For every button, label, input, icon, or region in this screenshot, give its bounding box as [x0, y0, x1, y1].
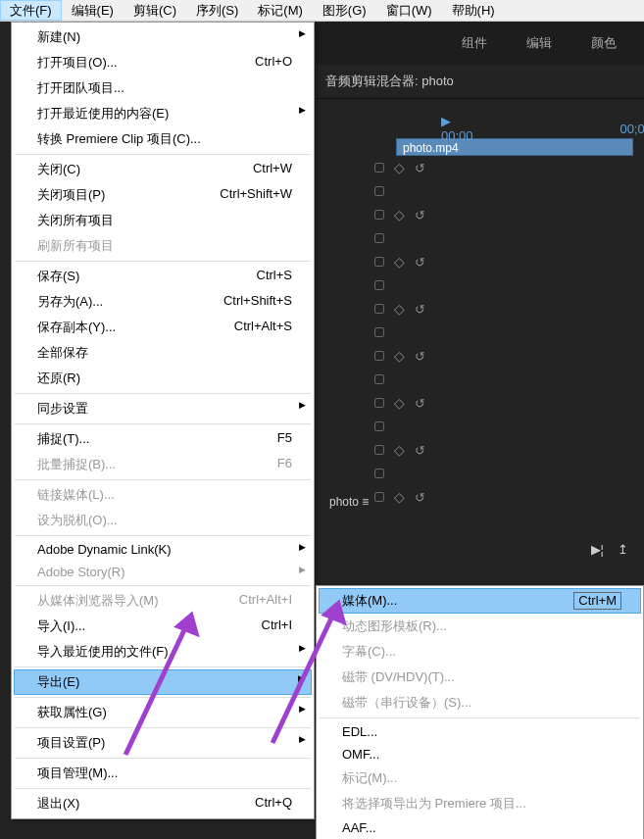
submenu-item[interactable]: OMF...: [319, 743, 641, 765]
chevron-right-icon: ▶: [299, 28, 306, 38]
mute-toggle[interactable]: [374, 327, 384, 337]
tab-color[interactable]: 颜色: [591, 34, 617, 52]
menu-item[interactable]: 打开团队项目...: [14, 75, 312, 101]
keyframe-icon[interactable]: ◇: [394, 395, 405, 411]
chevron-right-icon: ▶: [299, 542, 306, 552]
menu-item[interactable]: 项目设置(P)▶: [14, 730, 312, 756]
menubar-item-graphic[interactable]: 图形(G): [313, 0, 376, 21]
track-row: ◇↺: [371, 250, 644, 273]
menubar-item-clip[interactable]: 剪辑(C): [124, 0, 186, 21]
mute-toggle[interactable]: [374, 351, 384, 361]
menu-item[interactable]: 转换 Premiere Clip 项目(C)...: [14, 126, 312, 152]
chevron-right-icon: ▶: [299, 704, 306, 714]
mute-toggle[interactable]: [374, 257, 384, 267]
menu-item[interactable]: Adobe Dynamic Link(K)▶: [14, 538, 312, 561]
track-row: ◇↺: [371, 344, 644, 368]
menu-item: Adobe Story(R)▶: [14, 561, 312, 583]
menubar-item-help[interactable]: 帮助(H): [442, 0, 505, 21]
play-loop-icon[interactable]: ▶¦: [591, 542, 604, 557]
mute-toggle[interactable]: [374, 492, 384, 502]
mute-toggle[interactable]: [374, 210, 384, 220]
menu-item[interactable]: 打开最近使用的内容(E)▶: [14, 101, 312, 126]
keyframe-icon[interactable]: ◇: [394, 207, 405, 222]
submenu-item[interactable]: AAF...: [319, 816, 641, 839]
mute-toggle[interactable]: [374, 186, 384, 196]
keyframe-icon[interactable]: ◇: [394, 160, 405, 175]
submenu-item: 将选择项导出为 Premiere 项目...: [319, 791, 641, 816]
tab-assembly[interactable]: 组件: [462, 34, 487, 52]
mute-toggle[interactable]: [374, 280, 384, 290]
track-row: [371, 462, 644, 485]
menu-item[interactable]: 保存副本(Y)...Ctrl+Alt+S: [14, 315, 312, 340]
menu-item[interactable]: 全部保存: [14, 340, 312, 366]
reset-icon[interactable]: ↺: [415, 490, 425, 505]
keyframe-icon[interactable]: ◇: [394, 301, 405, 317]
menu-item[interactable]: 导出(E)▶: [14, 669, 312, 695]
keyframe-icon[interactable]: ◇: [394, 254, 405, 270]
submenu-item[interactable]: 媒体(M)...Ctrl+M: [319, 588, 641, 614]
chevron-right-icon: ▶: [299, 734, 306, 744]
chevron-right-icon: ▶: [298, 673, 305, 683]
menu-item[interactable]: 另存为(A)...Ctrl+Shift+S: [14, 289, 312, 315]
reset-icon[interactable]: ↺: [415, 255, 425, 270]
track-row: ◇↺: [371, 297, 644, 321]
mute-toggle[interactable]: [374, 469, 384, 478]
sequence-tab[interactable]: photo ≡: [329, 495, 369, 509]
mute-toggle[interactable]: [374, 163, 384, 173]
reset-icon[interactable]: ↺: [415, 396, 425, 411]
mute-toggle[interactable]: [374, 374, 384, 384]
keyframe-icon[interactable]: ◇: [394, 348, 405, 364]
reset-icon[interactable]: ↺: [415, 302, 425, 317]
file-dropdown-menu: 新建(N)▶打开项目(O)...Ctrl+O打开团队项目...打开最近使用的内容…: [11, 22, 315, 819]
keyframe-icon[interactable]: ◇: [394, 489, 405, 505]
submenu-item: 磁带 (DV/HDV)(T)...: [319, 665, 641, 690]
track-row: [371, 226, 644, 250]
menu-item[interactable]: 关闭(C)Ctrl+W: [14, 157, 312, 182]
keyframe-icon[interactable]: ◇: [394, 442, 405, 458]
menu-item[interactable]: 关闭项目(P)Ctrl+Shift+W: [14, 182, 312, 208]
mute-toggle[interactable]: [374, 421, 384, 431]
menubar-item-file[interactable]: 文件(F): [0, 0, 62, 21]
menu-item[interactable]: 打开项目(O)...Ctrl+O: [14, 50, 312, 75]
mute-toggle[interactable]: [374, 233, 384, 243]
track-row: ◇↺: [371, 203, 644, 226]
timecode-start: ▶ 00;00: [441, 114, 473, 143]
menu-item[interactable]: 退出(X)Ctrl+Q: [14, 791, 312, 816]
submenu-item: 标记(M)...: [319, 765, 641, 791]
mute-toggle[interactable]: [374, 445, 384, 455]
menubar-item-edit[interactable]: 编辑(E): [62, 0, 124, 21]
export-submenu: 媒体(M)...Ctrl+M动态图形模板(R)...字幕(C)...磁带 (DV…: [316, 585, 644, 839]
chevron-right-icon: ▶: [299, 105, 306, 115]
menubar-item-marker[interactable]: 标记(M): [248, 0, 313, 21]
menubar-item-window[interactable]: 窗口(W): [376, 0, 442, 21]
menu-item[interactable]: 保存(S)Ctrl+S: [14, 264, 312, 289]
track-row: ◇↺: [371, 156, 644, 179]
menu-item[interactable]: 还原(R): [14, 366, 312, 391]
mute-toggle[interactable]: [374, 304, 384, 314]
export-icon[interactable]: ↥: [618, 542, 628, 557]
menu-item[interactable]: 导入(I)...Ctrl+I: [14, 614, 312, 639]
reset-icon[interactable]: ↺: [415, 208, 425, 222]
track-row: [371, 415, 644, 438]
tab-edit[interactable]: 编辑: [526, 34, 552, 52]
reset-icon[interactable]: ↺: [415, 349, 425, 364]
timecode-end: 00;04;59;29: [620, 122, 644, 136]
mute-toggle[interactable]: [374, 398, 384, 408]
menu-item[interactable]: 新建(N)▶: [14, 25, 312, 50]
menu-item: 刷新所有项目: [14, 233, 312, 259]
menu-item[interactable]: 获取属性(G)▶: [14, 700, 312, 725]
reset-icon[interactable]: ↺: [415, 161, 425, 175]
submenu-item[interactable]: EDL...: [319, 720, 641, 743]
menu-item[interactable]: 捕捉(T)...F5: [14, 426, 312, 452]
audio-clip[interactable]: photo.mp4: [396, 138, 633, 156]
chevron-right-icon: ▶: [299, 565, 306, 574]
menu-item[interactable]: 导入最近使用的文件(F)▶: [14, 639, 312, 665]
menubar-item-sequence[interactable]: 序列(S): [186, 0, 248, 21]
menu-item[interactable]: 同步设置▶: [14, 396, 312, 421]
submenu-item: 磁带（串行设备）(S)...: [319, 690, 641, 716]
menu-item[interactable]: 关闭所有项目: [14, 208, 312, 233]
track-row: ◇↺: [371, 485, 644, 509]
track-row: [371, 273, 644, 297]
reset-icon[interactable]: ↺: [415, 443, 425, 458]
menu-item[interactable]: 项目管理(M)...: [14, 761, 312, 786]
